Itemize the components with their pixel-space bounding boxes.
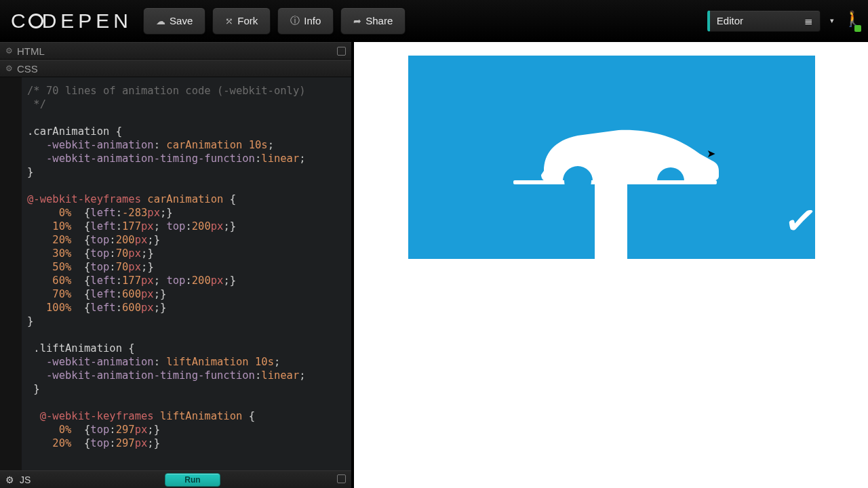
panel-title-html: HTML (17, 45, 45, 57)
toolbar: ☁Save ⤱Fork ⓘInfo ➦Share (143, 7, 406, 35)
css-editor[interactable]: /* 70 lines of animation code (-webkit-o… (0, 77, 351, 470)
save-button[interactable]: ☁Save (143, 7, 205, 35)
share-icon: ➦ (353, 16, 361, 26)
info-icon: ⓘ (290, 15, 300, 27)
workspace: ⚙ HTML ⚙ CSS /* 70 lines of animation co… (0, 42, 868, 488)
lift-shape (595, 182, 627, 324)
car-shape (530, 123, 720, 193)
css-code[interactable]: /* 70 lines of animation code (-webkit-o… (0, 77, 351, 457)
info-button[interactable]: ⓘInfo (277, 7, 334, 35)
share-button[interactable]: ➦Share (340, 7, 406, 35)
cursor-icon: ➤ (707, 147, 715, 160)
view-editor-label: Editor (717, 15, 743, 26)
run-button[interactable]: Run (165, 473, 220, 487)
view-dropdown-caret[interactable]: ▾ (826, 16, 838, 25)
gear-icon[interactable]: ⚙ (5, 64, 13, 73)
list-icon: ≣ (804, 15, 813, 27)
line-gutter (0, 77, 22, 470)
checkmark-shape: ✓ (782, 196, 821, 246)
gear-icon[interactable]: ⚙ (5, 46, 13, 56)
view-selector: Editor ≣ ▾ (707, 10, 860, 32)
panel-header-html[interactable]: ⚙ HTML (0, 42, 351, 60)
expand-icon[interactable] (337, 474, 346, 483)
expand-icon[interactable] (337, 47, 346, 56)
fork-label: Fork (237, 15, 258, 26)
editor-column: ⚙ HTML ⚙ CSS /* 70 lines of animation co… (0, 42, 354, 488)
panel-header-css[interactable]: ⚙ CSS (0, 60, 351, 77)
fork-button[interactable]: ⤱Fork (212, 7, 271, 35)
panel-header-js: ⚙ JS Run (0, 470, 351, 488)
panel-title-css: CSS (17, 63, 38, 75)
info-label: Info (304, 15, 321, 26)
svg-point-0 (564, 167, 591, 191)
gear-icon[interactable]: ⚙ (5, 474, 14, 485)
view-editor-chip[interactable]: Editor ≣ (707, 10, 821, 32)
app-header: CDEPEN ☁Save ⤱Fork ⓘInfo ➦Share Editor ≣… (0, 0, 868, 42)
save-label: Save (170, 15, 193, 26)
codepen-logo: CDEPEN (8, 9, 135, 33)
cloud-icon: ☁ (156, 16, 165, 26)
preview-pane: ✓ ➤ (354, 42, 868, 488)
panel-title-js[interactable]: JS (20, 474, 31, 485)
accessibility-icon[interactable] (844, 12, 860, 30)
share-label: Share (366, 15, 393, 26)
animation-stage: ✓ ➤ (408, 56, 815, 259)
fork-icon: ⤱ (225, 16, 233, 26)
